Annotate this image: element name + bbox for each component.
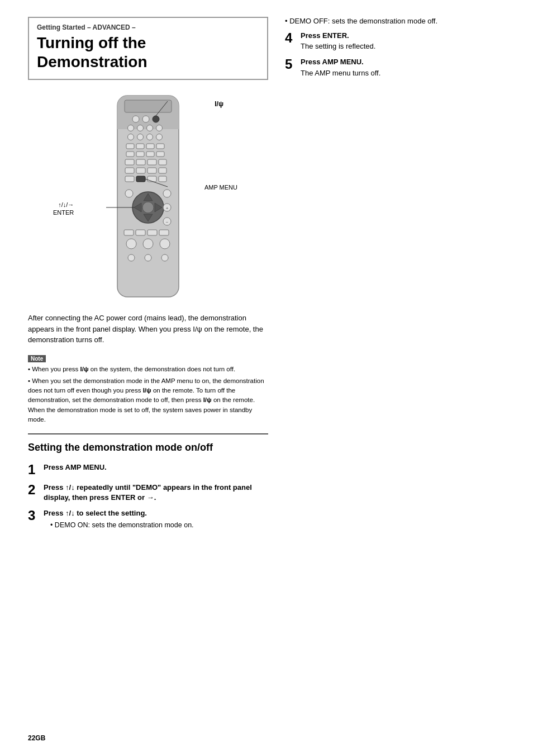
right-step-4: 4 Press ENTER. The setting is reflected. [285,31,505,51]
svg-point-59 [161,254,168,261]
svg-point-12 [128,134,134,140]
svg-rect-32 [125,176,134,182]
svg-rect-19 [156,144,164,149]
svg-rect-52 [147,230,157,235]
right-step-4-number: 4 [285,31,301,45]
svg-rect-17 [136,144,144,149]
step-2-main: Press ↑/↓ repeatedly until "DEMO" appear… [44,483,268,503]
right-step-5-main: Press AMP MENU. [301,57,505,67]
svg-rect-20 [126,152,134,157]
svg-rect-31 [159,168,166,173]
svg-rect-29 [136,168,145,173]
remote-svg: + − [103,90,193,303]
steps-list: 1 Press AMP MENU. 2 Press ↑/↓ repeatedly… [28,462,268,531]
section-divider [28,433,268,434]
svg-point-56 [160,239,170,249]
header-title: Turning off the Demonstration [37,34,259,71]
svg-rect-22 [146,152,154,157]
header-box: Getting Started – ADVANCED – Turning off… [28,17,268,80]
intro-text: After connecting the AC power cord (main… [28,313,268,346]
svg-rect-27 [159,159,166,165]
page: Getting Started – ADVANCED – Turning off… [0,0,533,756]
svg-point-57 [128,254,135,261]
right-step-5: 5 Press AMP MENU. The AMP menu turns off… [285,57,505,78]
svg-text:+: + [166,206,169,211]
content-area: Getting Started – ADVANCED – Turning off… [28,17,505,536]
right-step-5-number: 5 [285,57,301,72]
step-3: 3 Press ↑/↓ to select the setting. • DEM… [28,508,268,530]
svg-rect-3 [125,100,172,112]
remote-wrapper: ↑/↓/→ ENTER I/ψ AMP MENU [103,90,193,303]
svg-point-42 [142,202,154,213]
svg-point-11 [156,125,163,131]
svg-point-9 [137,125,144,131]
svg-rect-28 [125,168,134,173]
svg-text:−: − [166,220,169,225]
arrow-enter-label: ↑/↓/→ ENTER [53,201,74,217]
header-subtitle: Getting Started – ADVANCED – [37,23,259,31]
svg-rect-53 [159,230,169,235]
step-1-main: Press AMP MENU. [44,462,268,472]
svg-rect-26 [147,159,156,165]
step-1-number: 1 [28,462,44,477]
step-2-number: 2 [28,483,44,497]
svg-rect-35 [159,176,166,182]
right-step-4-main: Press ENTER. [301,31,505,41]
remote-diagram: ↑/↓/→ ENTER I/ψ AMP MENU [28,90,268,303]
svg-point-13 [137,134,144,140]
left-column: Getting Started – ADVANCED – Turning off… [28,17,268,536]
svg-point-15 [156,134,163,140]
svg-point-58 [145,254,151,261]
demo-off-bullet: • DEMO OFF: sets the demonstration mode … [285,17,505,25]
step-1: 1 Press AMP MENU. [28,462,268,477]
section-heading: Setting the demonstration mode on/off [28,441,268,454]
svg-point-55 [143,239,153,249]
ampmenu-label: AMP MENU [204,184,237,191]
right-steps-list: 4 Press ENTER. The setting is reflected.… [285,31,505,78]
svg-point-10 [147,125,153,131]
svg-point-43 [125,190,133,197]
svg-rect-18 [146,144,154,149]
step-3-bullet-1: • DEMO ON: sets the demonstration mode o… [44,520,268,531]
svg-point-6 [153,116,159,122]
svg-rect-51 [136,230,145,235]
svg-point-54 [126,239,136,249]
right-step-4-content: Press ENTER. The setting is reflected. [301,31,505,51]
step-1-content: Press AMP MENU. [44,462,268,472]
svg-point-4 [132,116,139,122]
svg-point-14 [147,134,153,140]
svg-point-44 [163,190,171,197]
note-box: Note • When you press I/ψ on the system,… [28,353,268,425]
power-label: I/ψ [215,100,223,108]
step-3-content: Press ↑/↓ to select the setting. • DEMO … [44,508,268,530]
svg-rect-21 [136,152,144,157]
svg-rect-16 [126,144,134,149]
svg-rect-23 [156,152,164,157]
svg-rect-50 [124,230,134,235]
note-bullet-2: • When you set the demonstration mode in… [28,376,268,424]
step-3-main: Press ↑/↓ to select the setting. [44,508,268,518]
svg-point-8 [128,125,134,131]
right-step-5-sub: The AMP menu turns off. [301,68,505,78]
step-2: 2 Press ↑/↓ repeatedly until "DEMO" appe… [28,483,268,503]
right-step-4-sub: The setting is reflected. [301,41,505,51]
svg-rect-33 [136,176,145,182]
note-label: Note [28,355,46,362]
step-3-number: 3 [28,508,44,523]
note-bullet-1: • When you press I/ψ on the system, the … [28,365,268,374]
svg-point-5 [142,116,149,122]
right-column: • DEMO OFF: sets the demonstration mode … [285,17,505,536]
step-2-content: Press ↑/↓ repeatedly until "DEMO" appear… [44,483,268,503]
svg-rect-24 [125,159,134,165]
page-number: 22GB [28,734,45,742]
svg-rect-30 [147,168,156,173]
right-step-5-content: Press AMP MENU. The AMP menu turns off. [301,57,505,78]
svg-rect-34 [147,176,156,182]
svg-rect-25 [136,159,145,165]
